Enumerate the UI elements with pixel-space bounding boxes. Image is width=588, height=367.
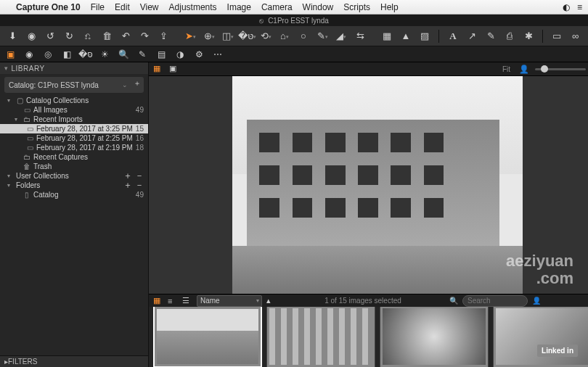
- reset-icon[interactable]: ⎌: [81, 30, 94, 43]
- viewer-toolbar: ▦ ▣ Fit 👤 👤: [149, 62, 588, 76]
- disclosure-triangle-icon: ▾: [4, 65, 9, 72]
- zoom-fit-label: Fit: [502, 65, 510, 73]
- menu-help[interactable]: Help: [380, 2, 399, 12]
- lens-tab-icon[interactable]: ◎: [42, 49, 54, 60]
- spot-tool-icon[interactable]: ○: [297, 30, 310, 43]
- linkedin-badge: Linked in: [537, 345, 578, 357]
- thumbnail[interactable]: [380, 307, 489, 367]
- rotate-right-icon[interactable]: ↻: [62, 30, 75, 43]
- settings-icon[interactable]: ✱: [522, 30, 535, 43]
- all-images-item[interactable]: ▭ All Images 49: [0, 105, 148, 115]
- adjustments-tab-icon[interactable]: ✎: [136, 49, 148, 60]
- browser-list-icon[interactable]: ≡: [168, 297, 178, 305]
- cursor-tool-icon[interactable]: ➤▾: [184, 30, 197, 43]
- menu-extras-icon[interactable]: ≡: [577, 2, 582, 12]
- menu-file[interactable]: File: [91, 2, 105, 12]
- library-section-header[interactable]: ▾ LIBRARY: [0, 62, 148, 74]
- sidebar: ▾ LIBRARY Catalog: C1Pro ESST lynda ⌄ ＋ …: [0, 62, 149, 367]
- sort-direction-icon[interactable]: ▴: [266, 296, 277, 305]
- catalog-selector[interactable]: Catalog: C1Pro ESST lynda ⌄: [4, 77, 144, 93]
- viewer-area: ▦ ▣ Fit 👤 👤: [149, 62, 588, 367]
- exposure-warning-icon[interactable]: ▲: [399, 30, 412, 43]
- menu-camera[interactable]: Camera: [261, 2, 293, 12]
- delete-icon[interactable]: 🗑: [100, 30, 113, 43]
- status-menu-icon[interactable]: ◐: [563, 2, 570, 12]
- grid-view-icon[interactable]: ▦: [380, 30, 393, 43]
- menu-scripts[interactable]: Scripts: [343, 2, 370, 12]
- add-catalog-button[interactable]: ＋: [129, 75, 145, 91]
- menu-edit[interactable]: Edit: [115, 2, 130, 12]
- catalog-name: Catalog: C1Pro ESST lynda: [9, 81, 99, 89]
- viewer-mode-primary-icon[interactable]: ▣: [169, 64, 179, 74]
- menu-view[interactable]: View: [140, 2, 159, 12]
- tether-icon[interactable]: ∞: [569, 30, 582, 43]
- sort-dropdown[interactable]: Name: [197, 295, 262, 307]
- search-input[interactable]: Search: [462, 295, 528, 307]
- catalog-collections-group[interactable]: ▾▢ Catalog Collections: [0, 96, 148, 105]
- browser-filmstrip: [149, 307, 588, 367]
- image-viewer[interactable]: [149, 76, 588, 294]
- document-icon: ⎋: [259, 17, 264, 25]
- rotate-left-icon[interactable]: ↺: [44, 30, 57, 43]
- pick-icon[interactable]: ↗: [465, 30, 478, 43]
- thumbnail[interactable]: [266, 307, 375, 367]
- straighten-tool-icon[interactable]: ⟲▾: [259, 30, 272, 43]
- import-icon[interactable]: ⬇: [6, 30, 19, 43]
- main-toolbar: ⬇ ◉ ↺ ↻ ⎌ 🗑 ↶ ↷ ⇪ ➤▾ ⊕▾ ◫▾ �טּ▾ ⟲▾ ⌂▾ ○ …: [0, 26, 588, 46]
- crop-tool-icon[interactable]: �טּ▾: [240, 30, 253, 43]
- print-icon[interactable]: ⎙: [503, 30, 516, 43]
- viewer-mode-multi-icon[interactable]: ▦: [153, 64, 163, 74]
- metadata-tab-icon[interactable]: ▤: [155, 49, 167, 60]
- browser-filmstrip-icon[interactable]: ☰: [182, 296, 192, 305]
- filters-label: FILTERS: [8, 358, 37, 366]
- mask-tool-icon[interactable]: ✎▾: [316, 30, 329, 43]
- crop-tab-icon[interactable]: �סּ: [80, 49, 91, 60]
- details-tab-icon[interactable]: 🔍: [118, 49, 129, 60]
- capture-tab-icon[interactable]: ◉: [23, 49, 35, 60]
- color-tab-icon[interactable]: ◧: [61, 49, 73, 60]
- slideshow-icon[interactable]: ▭: [550, 30, 563, 43]
- window-title-bar: ⎋ C1Pro ESST lynda: [0, 15, 588, 26]
- import-session-item[interactable]: ▭ February 28, 2017 at 3:25 PM 15: [0, 124, 148, 133]
- eraser-tool-icon[interactable]: ◢▾: [335, 30, 348, 43]
- filters-section-header[interactable]: ▸ FILTERS: [0, 355, 148, 367]
- redo-icon[interactable]: ↷: [138, 30, 151, 43]
- library-tab-icon[interactable]: ▣: [4, 49, 16, 60]
- app-name[interactable]: Capture One 10: [16, 2, 81, 12]
- zoom-out-icon[interactable]: 👤: [519, 65, 529, 74]
- search-icon[interactable]: 🔍: [449, 297, 458, 305]
- hand-tool-icon[interactable]: ⊕▾: [203, 30, 216, 43]
- output-tab-icon[interactable]: ◑: [174, 49, 186, 60]
- recent-imports-group[interactable]: ▾🗀 Recent Imports: [0, 115, 148, 124]
- catalog-folder-item[interactable]: ▯ Catalog 49: [0, 190, 148, 199]
- exposure-tab-icon[interactable]: ☀: [99, 49, 110, 60]
- folders-group[interactable]: ▾ Folders ＋ －: [0, 181, 148, 190]
- menu-adjustments[interactable]: Adjustments: [169, 2, 217, 12]
- import-session-item[interactable]: ▭ February 28, 2017 at 2:19 PM 18: [0, 143, 148, 152]
- window-title: C1Pro ESST lynda: [268, 17, 329, 25]
- export-icon[interactable]: ⇪: [157, 30, 170, 43]
- browser-grid-icon[interactable]: ▦: [153, 296, 163, 305]
- edit-icon[interactable]: ✎: [484, 30, 497, 43]
- thumbnail[interactable]: [493, 307, 588, 367]
- undo-icon[interactable]: ↶: [119, 30, 132, 43]
- recent-captures-item[interactable]: 🗀 Recent Captures: [0, 152, 148, 162]
- copy-adjustments-icon[interactable]: ⇆: [354, 30, 367, 43]
- loupe-tool-icon[interactable]: ◫▾: [221, 30, 234, 43]
- library-tree: ▾▢ Catalog Collections ▭ All Images 49 ▾…: [0, 96, 148, 355]
- zoom-slider[interactable]: [535, 68, 586, 70]
- annotations-icon[interactable]: A: [446, 30, 460, 43]
- menu-window[interactable]: Window: [303, 2, 334, 12]
- batch-tab-icon[interactable]: ⚙: [193, 49, 205, 60]
- thumbnail[interactable]: [153, 307, 262, 367]
- menu-image[interactable]: Image: [227, 2, 251, 12]
- library-label: LIBRARY: [12, 65, 45, 73]
- dropdown-icon: ⌄: [122, 81, 128, 88]
- more-tab-icon[interactable]: ⋯: [212, 49, 224, 60]
- macos-menubar: Capture One 10 File Edit View Adjustment…: [0, 0, 588, 15]
- capture-icon[interactable]: ◉: [25, 30, 38, 43]
- focus-mask-icon[interactable]: ▨: [418, 30, 431, 43]
- keystone-tool-icon[interactable]: ⌂▾: [278, 30, 291, 43]
- import-session-item[interactable]: ▭ February 28, 2017 at 2:25 PM 16: [0, 133, 148, 143]
- thumb-small-icon[interactable]: 👤: [532, 297, 541, 305]
